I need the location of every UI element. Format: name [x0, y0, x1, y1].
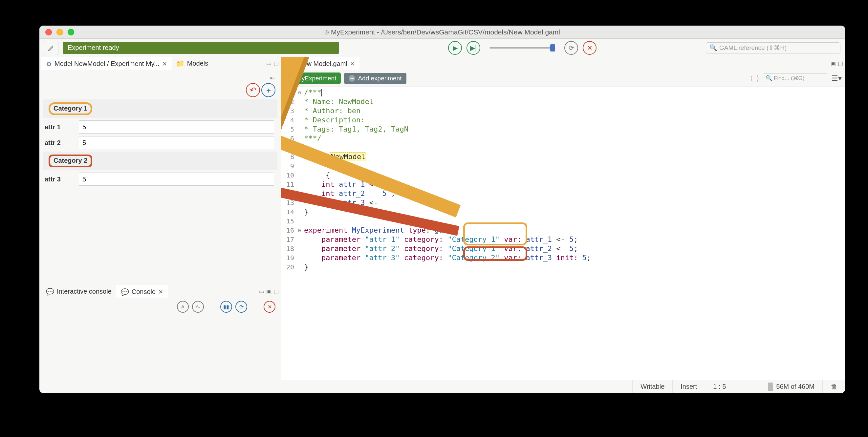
tab-label: New Model.gaml	[299, 60, 347, 68]
status-position: 1 : 5	[705, 380, 734, 393]
editor-button-bar: ▶ MyExperiment ＋ Add experiment ⟨ ⟩ 🔍 Fi…	[281, 70, 845, 87]
play-button[interactable]: ▶	[448, 41, 462, 55]
nav-forward-icon[interactable]: ⟩	[756, 74, 760, 83]
attr2-input[interactable]	[79, 136, 274, 149]
tab-label: Models	[187, 60, 208, 67]
minimize-view-icon[interactable]: ▭	[259, 288, 264, 295]
console-section: 💬 Interactive console 💬 Console ✕ ▭ ▣ ▢	[39, 285, 281, 380]
close-window-button[interactable]	[45, 29, 52, 35]
zoom-window-button[interactable]	[68, 29, 74, 35]
line-gutter: 1234567891011121314151617181920	[281, 87, 297, 380]
edit-icon[interactable]	[44, 41, 58, 55]
app-icon: ◷	[324, 29, 329, 35]
view-menu-icon[interactable]: ☰▾	[832, 74, 842, 83]
search-icon: 🔍	[709, 44, 717, 52]
attr3-input[interactable]	[79, 173, 274, 186]
close-tab-icon[interactable]: ✕	[158, 289, 163, 296]
editor-pane: 📄 New Model.gaml ✕ ▣ ▢ ▶ MyExperiment ＋ …	[281, 57, 845, 380]
console-toolbar: A Aₐ ▮▮ ⟳ ✕	[39, 298, 281, 315]
code-lines: /*** * Name: NewModel * Author: ben * De…	[302, 87, 591, 380]
font-smaller-button[interactable]: Aₐ	[192, 301, 204, 313]
folder-icon: 📁	[176, 60, 185, 68]
play-icon: ▶	[289, 74, 294, 82]
pause-button[interactable]: ▮▮	[220, 301, 232, 313]
clear-button[interactable]: ✕	[264, 301, 275, 313]
find-input[interactable]: 🔍 Find... (⌘G)	[763, 73, 828, 83]
left-tab-strip: ⚙ Model NewModel / Experiment My... ✕ 📁 …	[39, 57, 281, 70]
collapse-icon[interactable]: ⇤	[270, 74, 275, 82]
gaml-search-input[interactable]: 🔍 GAML reference (⇧⌘H)	[706, 42, 840, 54]
tab-models[interactable]: 📁 Models	[172, 57, 213, 70]
param-row-attr1: attr 1	[39, 119, 281, 135]
category-1-label: Category 1	[49, 102, 92, 115]
category-2-label: Category 2	[49, 155, 92, 167]
maximize-view-icon[interactable]: ▢	[274, 288, 279, 295]
nav-back-icon[interactable]: ⟨	[750, 74, 753, 83]
parameters-panel: ⇤ ↶ ＋ Category 1 attr 1 attr 2	[39, 70, 281, 190]
traffic-lights	[45, 29, 74, 35]
restore-view-icon[interactable]: ▣	[266, 288, 272, 295]
attr3-label: attr 3	[45, 175, 73, 183]
console-body	[39, 315, 281, 380]
highlight-category2-code	[463, 246, 527, 261]
attr1-label: attr 1	[45, 123, 73, 131]
plus-icon: ＋	[349, 75, 355, 82]
find-placeholder: Find... (⌘G)	[774, 75, 805, 82]
maximize-view-icon[interactable]: ▢	[838, 60, 843, 67]
main-toolbar: Experiment ready ▶ ▶| ⟳ ✕ 🔍 GAML referen…	[39, 39, 845, 57]
fold-column: ⊖⊖	[297, 87, 302, 380]
file-icon: 📄	[287, 60, 296, 68]
reload-button[interactable]: ⟳	[564, 41, 578, 55]
run-experiment-button[interactable]: ▶ MyExperiment	[284, 72, 341, 84]
experiment-ready-banner: Experiment ready	[63, 42, 339, 54]
tab-label: Console	[132, 288, 156, 296]
restore-view-icon[interactable]: ▣	[831, 60, 836, 67]
left-pane: ⚙ Model NewModel / Experiment My... ✕ 📁 …	[39, 57, 281, 380]
titlebar: ◷ MyExperiment - /Users/ben/Dev/wsGamaGi…	[39, 26, 845, 39]
add-button[interactable]: ＋	[261, 83, 275, 97]
highlight-category1-code	[463, 223, 527, 245]
chat-icon: 💬	[121, 288, 129, 296]
category-2-header[interactable]: Category 2	[43, 152, 277, 170]
param-row-attr3: attr 3	[39, 171, 281, 187]
main-area: ⚙ Model NewModel / Experiment My... ✕ 📁 …	[39, 57, 845, 380]
close-tab-icon[interactable]: ✕	[350, 60, 355, 68]
status-empty	[39, 380, 632, 393]
console-tab-strip: 💬 Interactive console 💬 Console ✕ ▭ ▣ ▢	[39, 285, 281, 298]
app-window: ◷ MyExperiment - /Users/ben/Dev/wsGamaGi…	[39, 26, 845, 393]
tab-console[interactable]: 💬 Console ✕	[116, 285, 168, 298]
speed-slider[interactable]	[490, 47, 555, 48]
tab-model-experiment[interactable]: ⚙ Model NewModel / Experiment My... ✕	[41, 57, 172, 70]
window-title-text: MyExperiment - /Users/ben/Dev/wsGamaGit/…	[331, 28, 560, 36]
status-insert: Insert	[672, 380, 705, 393]
close-tab-icon[interactable]: ✕	[162, 60, 167, 68]
add-experiment-label: Add experiment	[358, 75, 402, 82]
refresh-button[interactable]: ⟳	[236, 301, 247, 313]
tab-interactive-console[interactable]: 💬 Interactive console	[41, 285, 116, 298]
category-1-header[interactable]: Category 1	[43, 99, 277, 118]
status-writable: Writable	[632, 380, 672, 393]
memory-text: 56M of 460M	[776, 383, 814, 391]
minimize-view-icon[interactable]: ▭	[266, 60, 272, 67]
code-editor[interactable]: 1234567891011121314151617181920 ⊖⊖ /*** …	[281, 87, 845, 380]
window-title: ◷ MyExperiment - /Users/ben/Dev/wsGamaGi…	[324, 28, 560, 36]
search-placeholder: GAML reference (⇧⌘H)	[719, 44, 786, 52]
status-bar: Writable Insert 1 : 5 56M of 460M 🗑	[39, 380, 845, 393]
minimize-window-button[interactable]	[57, 29, 63, 35]
attr2-label: attr 2	[45, 139, 73, 147]
status-spacer	[734, 380, 760, 393]
tab-label: Model NewModel / Experiment My...	[55, 60, 160, 68]
maximize-view-icon[interactable]: ▢	[274, 60, 279, 67]
gc-button[interactable]: 🗑	[823, 380, 845, 393]
add-experiment-button[interactable]: ＋ Add experiment	[344, 73, 406, 84]
editor-tab-strip: 📄 New Model.gaml ✕ ▣ ▢	[281, 57, 845, 70]
search-icon: 🔍	[766, 75, 772, 82]
memory-bar-icon	[768, 382, 773, 391]
undo-button[interactable]: ↶	[246, 83, 260, 97]
step-button[interactable]: ▶|	[466, 41, 480, 55]
stop-button[interactable]: ✕	[583, 41, 596, 55]
tab-new-model-gaml[interactable]: 📄 New Model.gaml ✕	[283, 57, 360, 70]
attr1-input[interactable]	[79, 121, 274, 134]
status-memory: 56M of 460M	[760, 380, 823, 393]
font-bigger-button[interactable]: A	[177, 301, 189, 313]
